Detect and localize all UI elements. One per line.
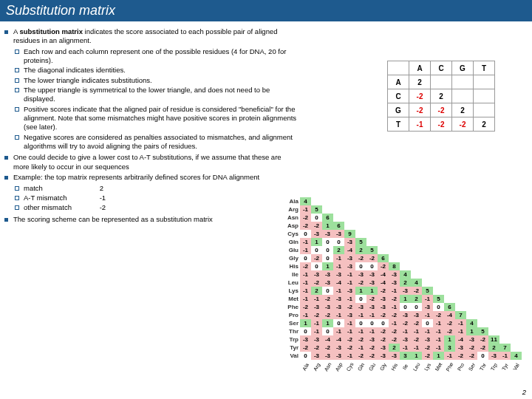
sub-bullet: Each row and each column represent one o… (13, 47, 299, 66)
sub-bullet: The lower triangle indicates substitutio… (13, 76, 299, 85)
example-row: A-T mismatch -1 (13, 194, 299, 202)
bullet-intro: A substitution matrix indicates the scor… (3, 27, 299, 151)
page-number: 2 (522, 388, 526, 396)
bullet-scheme: The scoring scheme can be represented as… (3, 215, 299, 224)
example-row: match 2 (13, 184, 299, 193)
bullet-example: Example: the top matrix represents arbit… (3, 173, 299, 212)
sub-bullet: Negative scores are considered as penalt… (13, 133, 299, 151)
sub-bullet: Positive scores indicate that the aligne… (13, 105, 299, 132)
protein-matrix: Ala4Arg-15Asn-206Asp-2-216Cys0-3-3-39Gln… (284, 197, 528, 369)
sub-bullet: The upper triangle is symmetrical to the… (13, 86, 299, 104)
text-column: A substitution matrix indicates the scor… (3, 27, 299, 225)
sub-bullet: The diagonal indicates identities. (13, 66, 299, 75)
bullet-lowcost: One could decide to give a lower cost to… (3, 153, 299, 171)
page-title: Substitution matrix (0, 0, 532, 21)
dna-matrix: ACGTA2C-22G-2-22T-1-2-22 (387, 61, 495, 132)
example-row: other mismatch -2 (13, 203, 299, 212)
